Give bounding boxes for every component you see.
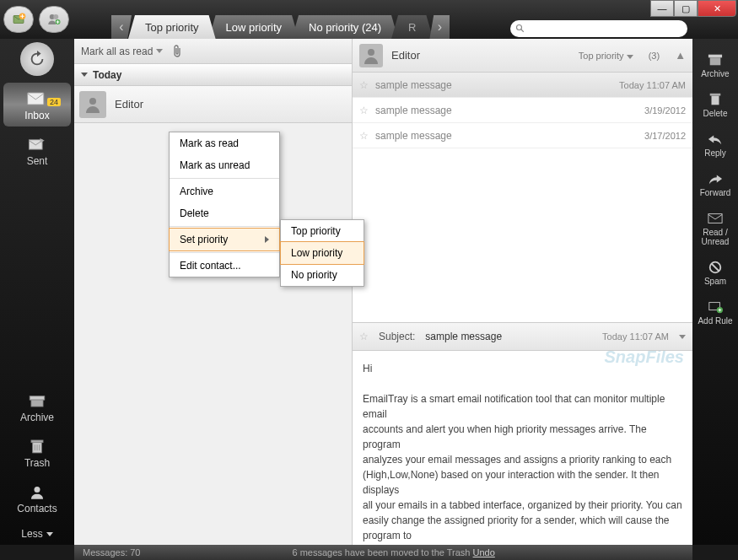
titlebar: ‹ Top priority Low priority No priority … (0, 0, 738, 39)
action-read-unread[interactable]: Read / Unread (692, 206, 738, 251)
thread-column: Editor Top priority (3) ▲ ☆ sample messa… (353, 39, 692, 545)
mail-icon (706, 211, 725, 226)
chevron-down-icon (46, 532, 53, 536)
preview-body: SnapFiles Hi EmailTray is a smart email … (353, 351, 692, 545)
tab-scroll-left[interactable]: ‹ (111, 15, 132, 39)
tab-top-priority[interactable]: Top priority (128, 15, 216, 39)
nav-archive-label: Archive (0, 412, 74, 423)
nav-inbox-label: Inbox (3, 110, 71, 121)
svg-point-14 (368, 49, 374, 56)
mark-all-read-button[interactable]: Mark all as read (81, 46, 163, 57)
chevron-right-icon (265, 236, 269, 243)
action-add-rule[interactable]: Add Rule (692, 294, 738, 331)
action-archive[interactable]: Archive (692, 47, 738, 83)
message-subject: sample message (375, 105, 452, 116)
undo-link[interactable]: Undo (473, 547, 495, 557)
submenu-top-priority[interactable]: Top priority (281, 220, 364, 242)
svg-point-5 (517, 25, 522, 30)
compose-button[interactable] (3, 6, 34, 33)
nav-less-label: Less (21, 528, 42, 540)
watermark: SnapFiles (605, 351, 684, 369)
attachment-icon[interactable] (171, 45, 183, 58)
thread-sender: Editor (391, 49, 420, 62)
list-section-today[interactable]: Today (74, 64, 352, 86)
maximize-button[interactable]: ▢ (674, 0, 698, 17)
star-icon[interactable]: ☆ (359, 105, 369, 116)
nav-trash-label: Trash (0, 457, 74, 469)
sidebar-right: Archive Delete Reply Forward Read / Unre… (692, 39, 738, 545)
subject-label: Subject: (379, 331, 415, 342)
refresh-button[interactable] (20, 42, 54, 76)
svg-rect-17 (712, 96, 719, 105)
tab-overflow[interactable]: R (391, 15, 433, 39)
menu-archive[interactable]: Archive (170, 180, 279, 202)
svg-rect-15 (708, 55, 722, 58)
thread-header: Editor Top priority (3) ▲ (353, 39, 692, 73)
priority-submenu: Top priority Low priority No priority (280, 219, 364, 287)
action-forward[interactable]: Forward (692, 166, 738, 202)
message-list-column: Mark all as read Today Editor (74, 39, 353, 545)
sender-row-editor[interactable]: Editor (74, 86, 352, 123)
nav-trash[interactable]: Trash (0, 430, 74, 474)
sender-name: Editor (115, 98, 143, 110)
svg-rect-9 (31, 400, 43, 407)
nav-sent[interactable]: Sent (0, 128, 74, 172)
star-icon[interactable]: ☆ (359, 79, 369, 91)
message-date: 3/19/2012 (644, 105, 686, 116)
message-item[interactable]: ☆ sample message 3/17/2012 (353, 123, 692, 148)
contacts-icon (25, 482, 49, 501)
status-moved-text: 6 messages have been moved to the Trash (292, 547, 470, 557)
nav-archive[interactable]: Archive (0, 385, 74, 428)
tab-no-priority[interactable]: No priority (24) (292, 15, 398, 39)
sent-icon (25, 135, 49, 153)
svg-point-12 (35, 487, 40, 493)
chevron-down-icon (627, 55, 633, 59)
archive-icon (706, 52, 725, 67)
svg-rect-16 (710, 57, 721, 65)
menu-mark-unread[interactable]: Mark as unread (170, 154, 279, 176)
submenu-low-priority[interactable]: Low priority (281, 242, 364, 264)
collapse-button[interactable]: ▲ (675, 49, 686, 62)
context-menu: Mark as read Mark as unread Archive Dele… (169, 132, 280, 277)
avatar (359, 44, 383, 67)
close-button[interactable]: ✕ (698, 0, 736, 17)
message-item[interactable]: ☆ sample message 3/19/2012 (353, 98, 692, 123)
mark-all-label: Mark all as read (81, 46, 153, 57)
archive-icon (25, 391, 49, 410)
preview-text: Hi EmailTray is a smart email notificati… (363, 361, 682, 543)
menu-mark-read[interactable]: Mark as read (170, 132, 279, 154)
priority-dropdown[interactable]: Top priority (579, 51, 633, 61)
action-reply[interactable]: Reply (692, 127, 738, 163)
message-date: 3/17/2012 (644, 131, 686, 141)
svg-rect-11 (31, 440, 43, 443)
submenu-no-priority[interactable]: No priority (281, 264, 364, 286)
nav-contacts[interactable]: Contacts (0, 476, 74, 520)
spam-icon (706, 260, 725, 275)
menu-set-priority[interactable]: Set priority (170, 229, 279, 250)
action-spam[interactable]: Spam (692, 255, 738, 291)
tab-low-priority[interactable]: Low priority (209, 15, 299, 39)
accounts-button[interactable] (39, 6, 69, 33)
action-delete[interactable]: Delete (692, 87, 738, 123)
menu-edit-contact[interactable]: Edit contact... (170, 255, 279, 277)
menu-delete[interactable]: Delete (170, 202, 279, 224)
forward-icon (706, 171, 725, 186)
message-item[interactable]: ☆ sample message Today 11:07 AM (353, 73, 692, 98)
inbox-icon (25, 89, 49, 108)
svg-rect-6 (28, 93, 44, 105)
message-subject: sample message (375, 130, 452, 142)
rule-icon (706, 299, 725, 315)
preview-subject: sample message (425, 331, 502, 342)
chevron-down-icon[interactable] (679, 335, 686, 339)
nav-less[interactable]: Less (0, 521, 74, 545)
sidebar-left: 24 Inbox Sent Archive Trash Contacts Les… (0, 39, 74, 545)
statusbar: Messages: 70 6 messages have been moved … (74, 545, 692, 560)
star-icon[interactable]: ☆ (359, 130, 369, 142)
tab-scroll-right[interactable]: › (429, 15, 450, 39)
star-icon[interactable]: ☆ (359, 331, 369, 342)
nav-inbox[interactable]: 24 Inbox (3, 83, 71, 127)
search-input[interactable] (510, 20, 687, 37)
minimize-button[interactable]: — (650, 0, 674, 17)
svg-rect-8 (30, 396, 45, 400)
inbox-badge: 24 (47, 98, 61, 106)
